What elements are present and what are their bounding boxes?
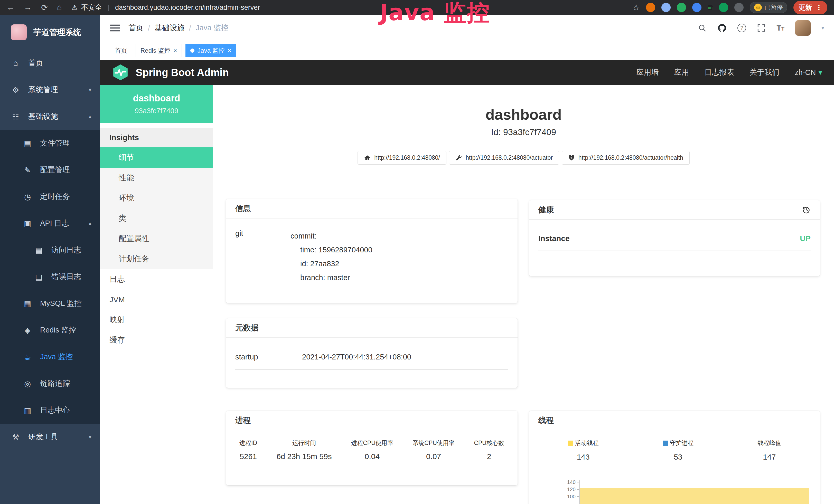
sba-insights-group: Insights 细节 性能 环境 类 配置属性 计划任务 (100, 128, 213, 269)
warning-icon: ⚠ (72, 4, 78, 12)
font-size-icon[interactable]: TT (776, 24, 785, 32)
sba-item-mappings[interactable]: 映射 (100, 310, 213, 330)
sba-item-config-props[interactable]: 配置属性 (100, 229, 213, 249)
threads-chart: 140 120 100 (579, 476, 809, 504)
chevron-up-icon: ▴ (89, 113, 91, 120)
service-url-link[interactable]: http://192.168.0.2:48080/ (357, 151, 446, 165)
app-logo (11, 24, 27, 40)
reload-icon[interactable]: ⟳ (41, 3, 48, 12)
instance-links: http://192.168.0.2:48080/ http://192.168… (213, 151, 834, 165)
sidebar-item-error-log[interactable]: ▤ 错误日志 (0, 264, 100, 290)
sidebar-item-access-log[interactable]: ▤ 访问日志 (0, 237, 100, 264)
info-card-title: 信息 (226, 199, 518, 219)
navbar-actions: ? TT ▾ (698, 20, 824, 36)
sidebar-item-api-log[interactable]: ▣ API 日志 ▴ (0, 210, 100, 237)
extension-icon[interactable] (661, 3, 671, 12)
sidebar-item-java-monitor[interactable]: ☕ Java 监控 (0, 344, 100, 370)
forward-icon[interactable]: → (24, 3, 32, 12)
avatar[interactable] (795, 20, 811, 36)
locale-select[interactable]: zh-CN ▾ (795, 68, 822, 77)
breadcrumb: 首页 / 基础设施 / Java 监控 (128, 23, 228, 33)
page-title: dashboard (213, 106, 834, 123)
tag-java-monitor[interactable]: Java 监控 × (185, 44, 236, 57)
search-icon[interactable] (698, 24, 707, 32)
tag-redis-monitor[interactable]: Redis 监控 × (136, 44, 182, 57)
legend-swatch-daemon (663, 441, 668, 446)
api-log-icon: ▣ (23, 219, 32, 228)
sidebar-item-trace[interactable]: ◎ 链路追踪 (0, 370, 100, 397)
sba-item-caches[interactable]: 缓存 (100, 330, 213, 350)
actuator-url-link[interactable]: http://192.168.0.2:48080/actuator (449, 151, 559, 165)
threads-area-series (580, 488, 809, 504)
extension-icon[interactable] (646, 3, 655, 12)
health-instance-label: Instance (539, 234, 570, 243)
sba-brand[interactable]: Spring Boot Admin (136, 67, 229, 78)
metadata-card: 元数据 startup 2021-04-27T00:44:31.254+08:0… (226, 318, 518, 388)
home-icon[interactable]: ⌂ (57, 3, 62, 12)
close-icon[interactable]: × (227, 47, 231, 54)
security-label: 不安全 (81, 3, 102, 12)
extension-icon[interactable] (719, 3, 728, 12)
health-url-link[interactable]: http://192.168.0.2:48080/actuator/health (562, 151, 690, 165)
github-icon[interactable] (717, 23, 727, 32)
app-title: 芋道管理系统 (34, 27, 81, 38)
sba-item-classes[interactable]: 类 (100, 208, 213, 229)
sidebar-item-system[interactable]: ⚙ 系统管理 ▾ (0, 76, 100, 103)
app-logo-row[interactable]: 芋道管理系统 (0, 15, 100, 50)
fullscreen-icon[interactable] (757, 24, 766, 32)
annotation-text: Java 监控 (380, 0, 490, 28)
sidebar-item-file-manage[interactable]: ▤ 文件管理 (0, 130, 100, 157)
sidebar-item-mysql-monitor[interactable]: ▦ MySQL 监控 (0, 290, 100, 317)
sba-item-scheduled[interactable]: 计划任务 (100, 249, 213, 269)
sba-main: dashboard Id: 93a3fc7f7409 http://192.16… (213, 85, 834, 504)
sba-menu-wall[interactable]: 应用墙 (636, 67, 659, 77)
extension-icon[interactable] (734, 3, 744, 12)
sba-item-performance[interactable]: 性能 (100, 168, 213, 188)
extension-icon[interactable] (677, 3, 686, 12)
browser-update-button[interactable]: 更新 ⋮ (793, 1, 827, 15)
error-log-icon: ▤ (34, 272, 44, 281)
file-manage-icon: ▤ (23, 139, 32, 148)
info-key: git (235, 229, 290, 292)
health-card: 健康 Instance UP (529, 200, 820, 276)
close-icon[interactable]: × (173, 47, 177, 54)
sba-instance-header[interactable]: dashboard 93a3fc7f7409 (100, 85, 213, 123)
scheduled-task-icon: ◷ (23, 192, 32, 201)
sidebar-item-scheduled-task[interactable]: ◷ 定时任务 (0, 183, 100, 210)
metadata-card-title: 元数据 (226, 318, 518, 338)
sidebar-item-dev-tools[interactable]: ⚒ 研发工具 ▾ (0, 423, 100, 450)
sba-item-details[interactable]: 细节 (100, 147, 213, 168)
sba-section-insights: Insights (100, 128, 213, 147)
sba-item-logs[interactable]: 日志 (100, 269, 213, 289)
sba-menu-applications[interactable]: 应用 (674, 67, 689, 77)
tag-home[interactable]: 首页 (110, 44, 132, 57)
sidebar-item-log-center[interactable]: ▥ 日志中心 (0, 397, 100, 423)
paused-badge[interactable]: ☺ 已暂停 (750, 2, 787, 13)
status-badge: UP (800, 234, 811, 243)
bookmark-star-icon[interactable]: ☆ (632, 3, 640, 12)
extension-switch-icon[interactable]: on (708, 5, 713, 10)
infrastructure-icon: ☷ (11, 112, 21, 121)
sidebar-item-home[interactable]: ⌂ 首页 (0, 50, 100, 76)
dev-tools-icon: ⚒ (11, 433, 21, 442)
sidebar-item-config-manage[interactable]: ✎ 配置管理 (0, 157, 100, 183)
extension-icon[interactable] (692, 3, 701, 12)
browser-nav: ← → ⟳ ⌂ (7, 3, 62, 12)
sba-menu-journal[interactable]: 日志报表 (704, 67, 734, 77)
back-icon[interactable]: ← (7, 3, 15, 12)
history-icon[interactable] (802, 205, 811, 214)
sba-menu-about[interactable]: 关于我们 (749, 67, 779, 77)
hamburger-icon[interactable] (110, 24, 120, 32)
address-bar[interactable]: ⚠ 不安全 | dashboard.yudao.iocoder.cn/infra… (72, 3, 260, 12)
sba-item-environment[interactable]: 环境 (100, 188, 213, 208)
chevron-down-icon[interactable]: ▾ (821, 25, 824, 31)
help-icon[interactable]: ? (738, 24, 746, 32)
sba-item-jvm[interactable]: JVM (100, 289, 213, 310)
app-sidebar: 芋道管理系统 ⌂ 首页 ⚙ 系统管理 ▾ ☷ 基础设施 ▴ ▤ 文件管理 ✎ 配… (0, 15, 100, 504)
instance-name: dashboard (133, 93, 180, 104)
breadcrumb-home[interactable]: 首页 (128, 23, 143, 33)
breadcrumb-infrastructure[interactable]: 基础设施 (155, 23, 184, 33)
breadcrumb-current: Java 监控 (196, 23, 228, 33)
sidebar-item-redis-monitor[interactable]: ◈ Redis 监控 (0, 317, 100, 344)
sidebar-item-infrastructure[interactable]: ☷ 基础设施 ▴ (0, 103, 100, 130)
